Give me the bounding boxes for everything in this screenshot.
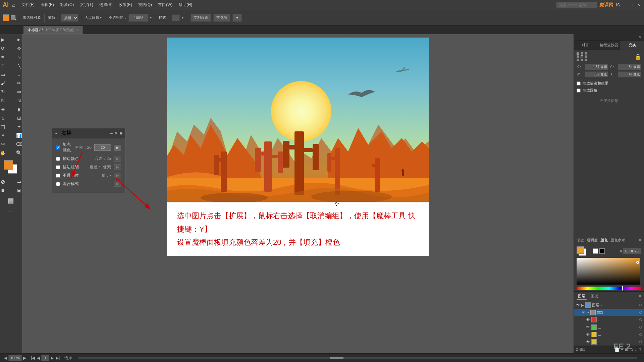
color-picker-gradient[interactable]	[577, 258, 640, 285]
scale-strokes-checkbox[interactable]	[577, 81, 581, 85]
scroll-thumb[interactable]	[330, 357, 343, 359]
layers-trash-button[interactable]: 🗑	[638, 347, 642, 352]
tolerance-btn[interactable]: ▶	[114, 145, 121, 150]
stroke-color-checkbox[interactable]	[56, 157, 60, 161]
hue-slider-handle[interactable]	[622, 286, 623, 291]
hue-slider[interactable]	[577, 287, 641, 290]
selection-tool[interactable]: ▶	[0, 36, 11, 44]
layer-expand-icon[interactable]: ▾	[587, 311, 589, 314]
gradient-color-tab[interactable]: 渐变	[577, 238, 584, 243]
scale-tool[interactable]: ⇱	[0, 97, 11, 105]
layer-item-003[interactable]: 👁 ▾ 003	[574, 309, 644, 316]
menu-effect[interactable]: 效果(E)	[116, 1, 135, 8]
layer-item-yellow1[interactable]: 👁 ...	[574, 331, 644, 338]
layer-visibility-icon[interactable]: 👁	[586, 325, 590, 329]
opacity-checkbox[interactable]	[56, 174, 60, 178]
document-tab[interactable]: 未标题-1* 100% (RGB/预览) ×	[23, 26, 83, 34]
menu-view[interactable]: 视图(Q)	[136, 1, 155, 8]
anchor-point[interactable]	[577, 52, 579, 55]
anchor-point[interactable]	[577, 59, 579, 61]
fg-color-swatch[interactable]	[577, 246, 584, 254]
anchor-point[interactable]	[581, 52, 583, 55]
layers-menu-button[interactable]: ≡	[639, 294, 641, 299]
layers-tab[interactable]: 图层	[577, 293, 587, 300]
menu-window[interactable]: 窗口(W)	[155, 1, 175, 8]
paintbrush-tool[interactable]: 🖌	[0, 79, 11, 87]
hand-tool[interactable]: ✋	[0, 149, 11, 157]
rect-tool[interactable]: ▭	[0, 70, 11, 78]
layer-item-yellow2[interactable]: 👁 ...	[574, 338, 644, 346]
anchor-point[interactable]	[585, 55, 587, 58]
maximize-button[interactable]: □	[629, 2, 635, 8]
transform-lock-button[interactable]: 🔒	[635, 54, 641, 60]
layer-visibility-icon[interactable]: 👁	[586, 332, 590, 337]
gradient-tool[interactable]: ◫	[0, 123, 11, 131]
horizontal-scrollbar[interactable]	[78, 357, 637, 359]
y-input[interactable]	[618, 64, 641, 70]
warp-tool[interactable]: ⟳	[0, 44, 11, 52]
menu-file[interactable]: 文件(F)	[19, 1, 37, 8]
right-panel-close[interactable]: ✕	[639, 35, 642, 40]
preferences-dropdown[interactable]: ▾	[232, 14, 242, 22]
pathfinder-tab[interactable]: 路径查找器	[597, 41, 621, 50]
tab-close-button[interactable]: ×	[76, 28, 78, 32]
type-tool[interactable]: T	[0, 62, 11, 70]
panel-menu-button[interactable]: ≡	[120, 131, 122, 136]
pen-tool[interactable]: ✒	[0, 53, 11, 61]
rotate-tool[interactable]: ↻	[0, 88, 11, 96]
transform-tab[interactable]: 变换	[621, 41, 644, 50]
minimize-button[interactable]: ─	[623, 2, 628, 8]
blend-btn[interactable]: ▶	[114, 181, 121, 187]
anchor-point[interactable]	[581, 59, 583, 61]
stroke-btn[interactable]: ▶	[114, 156, 121, 162]
layer-item-layer2[interactable]: 👁 ▶ 图层 2	[574, 301, 644, 309]
opacity-dropdown[interactable]: ▾	[150, 16, 152, 19]
scroll-bar-area[interactable]	[76, 357, 640, 359]
zoom-input[interactable]	[8, 355, 22, 361]
panel-minimize-button[interactable]: ─	[110, 131, 113, 136]
canvas-area[interactable]: 选中图片点击【扩展】，鼠标右击选择【取消编组】，使用【魔棒工具 快捷键：Y】 设…	[22, 34, 574, 353]
layer-item-green[interactable]: 👁 ...	[574, 323, 644, 331]
anchor-point[interactable]	[585, 52, 587, 55]
layer-visibility-icon[interactable]: 👁	[576, 303, 580, 307]
h-input[interactable]	[618, 71, 641, 77]
white-swatch[interactable]	[593, 248, 598, 254]
scale-corners-checkbox[interactable]	[577, 88, 581, 93]
color-ref-tab[interactable]: 颜色参考	[610, 238, 625, 243]
stroke-indicator[interactable]: ▾	[11, 15, 15, 20]
close-button[interactable]: ✕	[636, 2, 641, 8]
menu-type[interactable]: 文字(T)	[77, 1, 96, 8]
last-page-button[interactable]: ▶|	[55, 356, 60, 360]
color-tab[interactable]: 颜色	[600, 238, 608, 243]
panel-close-button[interactable]: ✕	[115, 131, 118, 136]
style-swatch[interactable]	[172, 14, 180, 21]
menu-edit[interactable]: 编辑(E)	[38, 1, 57, 8]
menu-select[interactable]: 选择(S)	[97, 1, 115, 8]
tolerance-input[interactable]	[94, 144, 111, 151]
zoom-out-button[interactable]: ◀	[4, 356, 7, 360]
color-picker-handle[interactable]	[636, 261, 639, 264]
x-input[interactable]	[585, 64, 608, 70]
home-icon[interactable]: ⌂	[12, 2, 15, 8]
scissors-tool[interactable]: ✂	[0, 140, 11, 148]
hex-color-input[interactable]	[623, 248, 641, 254]
fill-color-swatch[interactable]	[3, 14, 9, 21]
blend-checkbox[interactable]	[56, 182, 60, 186]
none-color[interactable]: ⊘	[0, 178, 11, 186]
layer-visibility-icon[interactable]: 👁	[586, 340, 590, 344]
doc-settings-button[interactable]: 文档设置	[191, 14, 211, 22]
menu-object[interactable]: 对象(O)	[57, 1, 76, 8]
w-input[interactable]	[585, 71, 608, 77]
layer-visibility-icon[interactable]: 👁	[586, 317, 590, 322]
color-panel-menu[interactable]: ≡	[639, 238, 641, 243]
next-page-button[interactable]: ▶	[50, 356, 54, 360]
transparency-tab[interactable]: 透明度	[587, 238, 598, 243]
brush-mode-select[interactable]: 插值	[61, 14, 78, 22]
opacity-input[interactable]	[128, 14, 149, 22]
stroke-weight-btn[interactable]: ▶	[114, 164, 121, 170]
layer-item-red[interactable]: 👁 ...	[574, 316, 644, 323]
art-boards[interactable]: ▤	[4, 196, 18, 204]
layer-visibility-icon[interactable]: 👁	[582, 310, 586, 315]
anchor-point[interactable]	[577, 55, 579, 58]
align-tab[interactable]: 对齐	[574, 41, 597, 50]
